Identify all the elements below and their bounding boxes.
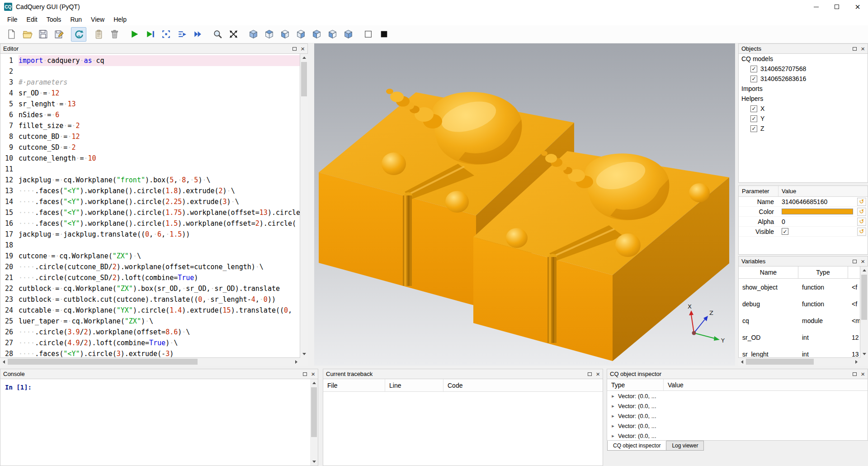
variable-row[interactable]: sr_lenghtint13 bbox=[739, 346, 860, 358]
menu-item-file[interactable]: File bbox=[3, 16, 22, 23]
menu-item-tools[interactable]: Tools bbox=[42, 16, 66, 23]
menu-item-view[interactable]: View bbox=[86, 16, 109, 23]
tree-group[interactable]: Imports bbox=[739, 84, 868, 94]
scroll-left-icon[interactable] bbox=[738, 358, 746, 366]
color-swatch[interactable] bbox=[782, 209, 853, 214]
reset-button[interactable]: ↺ bbox=[857, 208, 866, 216]
property-row[interactable]: Name3140646685160↺ bbox=[739, 197, 868, 207]
tree-item[interactable]: ✓X bbox=[739, 104, 868, 114]
view-front-button[interactable] bbox=[293, 27, 308, 42]
code-line[interactable]: 6nSides·=·6 bbox=[0, 109, 300, 120]
inspector-row[interactable]: ▸Vector: (0.0, ... bbox=[607, 401, 868, 411]
scroll-down-icon[interactable] bbox=[310, 458, 318, 466]
reset-button[interactable]: ↺ bbox=[857, 218, 866, 226]
code-line[interactable]: 10cutcone_length·=·10 bbox=[0, 153, 300, 164]
checkbox[interactable]: ✓ bbox=[750, 105, 757, 112]
save-button[interactable] bbox=[35, 27, 51, 42]
code-editor[interactable]: 1import·cadquery·as·cq23#·parameters4sr_… bbox=[0, 54, 300, 358]
variable-row[interactable]: cqmodule<m bbox=[739, 312, 860, 329]
menu-item-run[interactable]: Run bbox=[66, 16, 86, 23]
viewport-3d[interactable]: X Z Y bbox=[314, 43, 735, 366]
close-panel-icon[interactable] bbox=[311, 371, 315, 378]
code-line[interactable]: 25luer_taper·=·cq.Workplane("ZX")·\ bbox=[0, 316, 300, 327]
expand-arrow-icon[interactable]: ▸ bbox=[610, 413, 616, 419]
editor-horizontal-scrollbar[interactable] bbox=[0, 358, 300, 366]
code-line[interactable]: 14····.faces("<Y").workplane().circle(2.… bbox=[0, 196, 300, 207]
line-column-header[interactable]: Line bbox=[385, 379, 443, 391]
continue-button[interactable] bbox=[190, 27, 205, 42]
value-column-header[interactable] bbox=[848, 266, 860, 278]
editor-vertical-scrollbar[interactable] bbox=[300, 54, 308, 358]
expand-arrow-icon[interactable]: ▸ bbox=[610, 403, 616, 409]
scroll-right-icon[interactable] bbox=[292, 358, 300, 366]
scroll-up-icon[interactable] bbox=[310, 379, 318, 387]
expand-arrow-icon[interactable]: ▸ bbox=[610, 433, 616, 439]
variables-vertical-scrollbar[interactable] bbox=[860, 266, 868, 358]
menu-item-help[interactable]: Help bbox=[109, 16, 131, 23]
view-top-button[interactable] bbox=[261, 27, 277, 42]
step-in-button[interactable] bbox=[174, 27, 189, 42]
tree-item[interactable]: ✓3140652683616 bbox=[739, 74, 868, 84]
code-line[interactable]: 8cutcone_BD·=·12 bbox=[0, 131, 300, 142]
code-line[interactable]: 12jackplug·=·cq.Workplane("front").box(5… bbox=[0, 175, 300, 185]
value-column-header[interactable]: Value bbox=[778, 188, 868, 195]
property-row[interactable]: Alpha0↺ bbox=[739, 217, 868, 227]
delete-button[interactable] bbox=[107, 27, 122, 42]
code-line[interactable]: 17jackplug·=·jackplug.translate((0,·6,·1… bbox=[0, 229, 300, 240]
inspector-row[interactable]: ▸Vector: (0.0, ... bbox=[607, 411, 868, 421]
minimize-button[interactable] bbox=[806, 0, 826, 14]
variable-row[interactable]: sr_ODint12 bbox=[739, 329, 860, 346]
close-panel-icon[interactable] bbox=[861, 258, 865, 265]
maximize-button[interactable] bbox=[826, 0, 847, 14]
code-line[interactable]: 27····.circle(4.9/2).loft(combine=True)·… bbox=[0, 338, 300, 348]
inspector-row[interactable]: ▸Vector: (0.0, ... bbox=[607, 431, 868, 441]
code-line[interactable]: 23cutblock·=·cutblock.cut(cutcone).trans… bbox=[0, 294, 300, 305]
view-iso-button[interactable] bbox=[245, 27, 261, 42]
code-line[interactable]: 3#·parameters bbox=[0, 77, 300, 88]
render-button[interactable] bbox=[127, 27, 142, 42]
close-panel-icon[interactable] bbox=[861, 45, 865, 52]
scroll-up-icon[interactable] bbox=[860, 266, 868, 274]
scrollbar-thumb[interactable] bbox=[746, 359, 814, 365]
open-script-button[interactable] bbox=[19, 27, 35, 42]
code-line[interactable]: 22cutblock·=·cq.Workplane("ZX").box(sr_O… bbox=[0, 283, 300, 294]
checkbox[interactable]: ✓ bbox=[750, 125, 757, 132]
close-panel-icon[interactable] bbox=[861, 371, 865, 378]
code-line[interactable]: 19cutcone·=·cq.Workplane("ZX")·\ bbox=[0, 251, 300, 262]
code-line[interactable]: 5sr_lenght·=·13 bbox=[0, 99, 300, 109]
checkbox[interactable]: ✓ bbox=[750, 115, 757, 122]
new-script-button[interactable] bbox=[4, 27, 19, 42]
code-line[interactable]: 2 bbox=[0, 66, 300, 77]
view-bottom-button[interactable] bbox=[277, 27, 292, 42]
code-line[interactable]: 18 bbox=[0, 240, 300, 251]
console-input-area[interactable]: In [1]: bbox=[0, 379, 318, 466]
reset-button[interactable]: ↺ bbox=[857, 228, 866, 236]
scroll-down-icon[interactable] bbox=[860, 350, 868, 358]
code-line[interactable]: 24cutcable·=·cq.Workplane("YX").circle(1… bbox=[0, 305, 300, 316]
checkbox[interactable]: ✓ bbox=[782, 228, 788, 235]
value-column-header[interactable]: Value bbox=[664, 379, 868, 390]
fit-all-button[interactable] bbox=[226, 27, 241, 42]
debug-button[interactable] bbox=[142, 27, 158, 42]
tree-group[interactable]: CQ models bbox=[739, 54, 868, 64]
reset-button[interactable]: ↺ bbox=[857, 198, 866, 206]
code-line[interactable]: 26····.circle(3.9/2).workplane(offset=8.… bbox=[0, 327, 300, 338]
checkbox[interactable]: ✓ bbox=[750, 66, 757, 72]
expand-arrow-icon[interactable]: ▸ bbox=[610, 393, 616, 399]
file-column-header[interactable]: File bbox=[323, 379, 385, 391]
float-panel-icon[interactable] bbox=[853, 47, 857, 51]
variable-row[interactable]: debugfunction<f bbox=[739, 295, 860, 312]
checkbox[interactable]: ✓ bbox=[750, 76, 757, 82]
code-line[interactable]: 7fillet_size·=·2 bbox=[0, 120, 300, 131]
screenshot-button[interactable] bbox=[376, 27, 392, 42]
view-back-button[interactable] bbox=[309, 27, 324, 42]
code-line[interactable]: 21····.circle(cutcone_SD/2).loft(combine… bbox=[0, 272, 300, 283]
scroll-up-icon[interactable] bbox=[300, 54, 308, 62]
reload-button[interactable] bbox=[71, 27, 86, 42]
code-line[interactable]: 11 bbox=[0, 164, 300, 175]
close-button[interactable] bbox=[847, 0, 868, 14]
code-column-header[interactable]: Code bbox=[443, 379, 603, 391]
view-right-button[interactable] bbox=[340, 27, 356, 42]
view-left-button[interactable] bbox=[325, 27, 340, 42]
float-panel-icon[interactable] bbox=[853, 260, 857, 263]
